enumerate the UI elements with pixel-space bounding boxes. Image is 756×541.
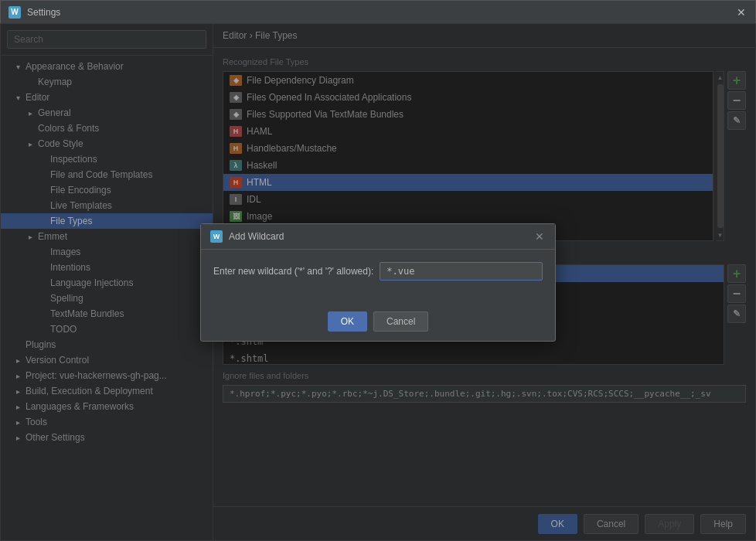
settings-window: W Settings ✕ Appearance & Behavior Keyma… bbox=[0, 0, 756, 541]
window-title: Settings bbox=[27, 7, 735, 18]
modal-footer: OK Cancel bbox=[201, 305, 555, 341]
modal-input-row: Enter new wildcard ('*' and '?' allowed)… bbox=[213, 262, 543, 281]
close-button[interactable]: ✕ bbox=[735, 6, 747, 19]
modal-close-button[interactable]: ✕ bbox=[533, 230, 546, 243]
modal-app-icon: W bbox=[210, 230, 223, 243]
title-bar: W Settings ✕ bbox=[1, 1, 755, 24]
modal-title-bar: W Add Wildcard ✕ bbox=[201, 224, 555, 250]
modal-title: Add Wildcard bbox=[229, 231, 533, 242]
modal-input-label: Enter new wildcard ('*' and '?' allowed)… bbox=[213, 266, 373, 277]
app-icon: W bbox=[9, 6, 21, 19]
modal-cancel-button[interactable]: Cancel bbox=[373, 311, 428, 332]
modal-ok-button[interactable]: OK bbox=[328, 311, 367, 332]
add-wildcard-dialog: W Add Wildcard ✕ Enter new wildcard ('*'… bbox=[200, 223, 556, 342]
wildcard-input[interactable] bbox=[380, 262, 543, 281]
modal-overlay: W Add Wildcard ✕ Enter new wildcard ('*'… bbox=[0, 23, 756, 541]
modal-body: Enter new wildcard ('*' and '?' allowed)… bbox=[201, 250, 555, 305]
